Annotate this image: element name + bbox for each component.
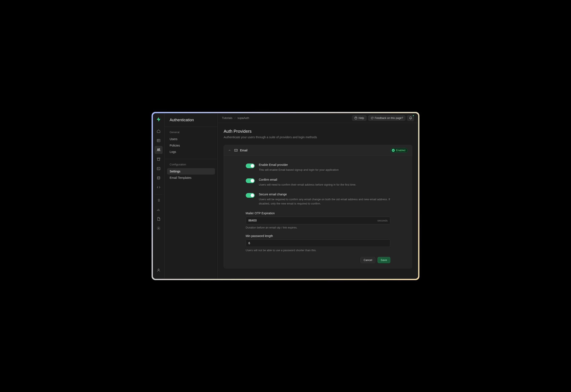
help-icon — [354, 117, 357, 120]
svg-point-6 — [158, 228, 159, 229]
otp-input[interactable] — [246, 217, 390, 224]
otp-suffix: seconds — [377, 219, 388, 222]
sidebar: Authentication General Users Policies Lo… — [165, 113, 218, 279]
nav-settings-icon[interactable] — [154, 224, 163, 232]
svg-rect-3 — [157, 158, 160, 159]
provider-name: Email — [240, 149, 247, 152]
toggle-secure-change[interactable] — [246, 193, 255, 198]
sidebar-item-settings[interactable]: Settings — [167, 168, 215, 175]
toggle-confirm-email[interactable] — [246, 178, 255, 183]
icon-rail — [153, 113, 165, 279]
svg-rect-4 — [157, 167, 160, 170]
svg-point-7 — [158, 269, 159, 270]
bell-icon — [409, 116, 412, 120]
enable-email-label: Enable Email provider — [259, 163, 339, 167]
svg-point-1 — [157, 149, 158, 150]
provider-panel: Email Enabled Enab — [224, 145, 412, 268]
check-icon — [392, 149, 395, 152]
breadcrumb-sep: / — [235, 116, 235, 120]
notification-dot — [412, 115, 414, 117]
email-icon — [234, 148, 238, 152]
nav-code-icon[interactable] — [154, 183, 163, 191]
secure-change-label: Secure email change — [259, 193, 390, 196]
enable-email-desc: This will enable Email based signup and … — [259, 168, 339, 172]
nav-home-icon[interactable] — [154, 127, 163, 135]
svg-point-5 — [157, 176, 160, 178]
svg-point-2 — [159, 149, 160, 150]
breadcrumb-current[interactable]: supaAuth — [238, 116, 249, 120]
otp-label: Mailer OTP Expiration — [246, 211, 390, 215]
minpass-label: Min password length — [246, 234, 390, 238]
chat-icon — [371, 117, 374, 120]
svg-rect-0 — [157, 139, 160, 142]
confirm-email-label: Confirm email — [259, 178, 356, 181]
page-subtitle: Authenticate your users through a suite … — [224, 136, 412, 139]
minpass-input[interactable] — [246, 239, 390, 247]
feedback-button[interactable]: Feedback on this page? — [368, 115, 406, 121]
provider-header[interactable]: Email Enabled — [224, 145, 412, 156]
sidebar-section-general: General — [165, 127, 217, 135]
help-button[interactable]: Help — [352, 115, 366, 121]
sidebar-section-config: Configuration — [165, 159, 217, 167]
sidebar-title: Authentication — [165, 113, 217, 127]
nav-database-icon[interactable] — [154, 174, 163, 182]
otp-hint: Duration before an email otp / link expi… — [246, 226, 390, 229]
nav-docs-icon[interactable] — [154, 215, 163, 223]
sidebar-item-email-templates[interactable]: Email Templates — [167, 175, 215, 181]
nav-table-icon[interactable] — [154, 137, 163, 145]
status-badge: Enabled — [390, 148, 408, 153]
topbar: Tutorials / supaAuth Help Feedback on th… — [218, 113, 418, 123]
secure-change-desc: Users will be required to confirm any em… — [259, 197, 390, 206]
nav-auth-icon[interactable] — [154, 146, 163, 154]
nav-list-icon[interactable] — [154, 196, 163, 204]
nav-storage-icon[interactable] — [154, 155, 163, 163]
sidebar-item-policies[interactable]: Policies — [167, 142, 215, 149]
toggle-enable-email[interactable] — [246, 164, 255, 168]
save-button[interactable]: Save — [377, 257, 390, 263]
sidebar-item-users[interactable]: Users — [167, 136, 215, 142]
nav-reports-icon[interactable] — [154, 206, 163, 214]
confirm-email-desc: Users will need to confirm their email a… — [259, 183, 356, 187]
sidebar-item-logs[interactable]: Logs — [167, 149, 215, 155]
breadcrumb: Tutorials / supaAuth — [222, 116, 249, 120]
logo-icon[interactable] — [156, 117, 161, 122]
nav-account-icon[interactable] — [154, 266, 163, 274]
nav-terminal-icon[interactable] — [154, 165, 163, 173]
breadcrumb-root[interactable]: Tutorials — [222, 116, 232, 120]
chevron-up-icon — [228, 149, 231, 152]
cancel-button[interactable]: Cancel — [360, 257, 375, 263]
notifications-button[interactable] — [407, 115, 414, 121]
minpass-hint: Users will not be able to use a password… — [246, 249, 390, 252]
page-title: Auth Providers — [224, 129, 412, 134]
